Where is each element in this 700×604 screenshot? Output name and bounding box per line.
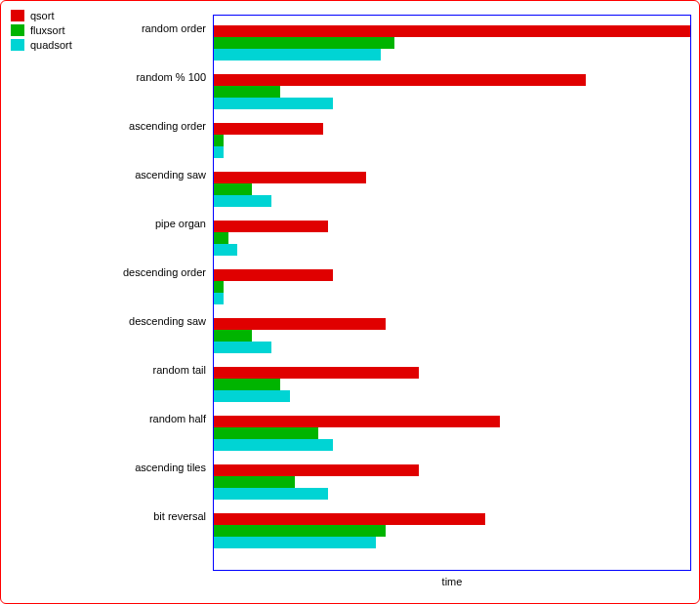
bar-quadsort (214, 342, 271, 353)
bar-fluxsort (214, 476, 295, 488)
bar-group: pipe organ (214, 221, 690, 256)
bar-group: ascending saw (214, 172, 690, 207)
bar-group: random order (214, 25, 690, 60)
y-tick-label: descending order (11, 266, 206, 278)
y-tick-label: ascending order (11, 120, 206, 132)
y-tick-label: descending saw (11, 315, 206, 327)
bar-qsort (214, 221, 328, 232)
bar-qsort (214, 172, 366, 183)
bar-group: bit reversal (214, 513, 690, 548)
bar-fluxsort (214, 427, 318, 439)
x-axis-label: time (213, 576, 691, 587)
bar-fluxsort (214, 232, 228, 244)
bar-fluxsort (214, 183, 252, 195)
bar-quadsort (214, 244, 237, 256)
bar-quadsort (214, 390, 290, 402)
bar-group: random % 100 (214, 74, 690, 109)
y-tick-label: random half (11, 413, 206, 424)
y-tick-label: ascending tiles (11, 462, 206, 473)
bar-qsort (214, 513, 485, 525)
bar-quadsort (214, 293, 224, 304)
y-tick-label: random order (11, 22, 206, 34)
bar-qsort (214, 318, 386, 330)
bar-fluxsort (214, 525, 386, 537)
bar-fluxsort (214, 330, 252, 342)
bar-fluxsort (214, 379, 280, 390)
bar-qsort (214, 416, 500, 427)
bar-group: random half (214, 416, 690, 451)
y-tick-label: bit reversal (11, 510, 206, 522)
bar-quadsort (214, 195, 271, 207)
bar-fluxsort (214, 281, 224, 293)
legend-label: qsort (30, 10, 54, 21)
bar-qsort (214, 123, 323, 135)
bar-qsort (214, 464, 419, 476)
bar-quadsort (214, 488, 328, 500)
legend-label: quadsort (30, 39, 72, 51)
y-tick-label: random tail (11, 364, 206, 376)
bar-quadsort (214, 146, 224, 158)
chart-frame: qsort fluxsort quadsort random orderrand… (0, 0, 700, 604)
bar-quadsort (214, 439, 333, 451)
legend-item-qsort: qsort (11, 9, 72, 22)
legend-swatch-icon (11, 39, 24, 51)
bar-group: ascending tiles (214, 464, 690, 500)
bar-qsort (214, 367, 419, 379)
bar-qsort (214, 74, 586, 86)
bar-group: random tail (214, 367, 690, 402)
bar-quadsort (214, 98, 333, 109)
plot-area: random orderrandom % 100ascending ordera… (213, 15, 691, 571)
bar-qsort (214, 25, 690, 37)
y-tick-label: ascending saw (11, 169, 206, 181)
y-tick-label: pipe organ (11, 218, 206, 229)
bar-group: ascending order (214, 123, 690, 158)
bar-qsort (214, 269, 333, 281)
bar-fluxsort (214, 135, 224, 146)
bar-quadsort (214, 537, 376, 548)
legend-swatch-icon (11, 10, 24, 21)
y-tick-label: random % 100 (11, 71, 206, 83)
bar-fluxsort (214, 86, 280, 98)
bar-quadsort (214, 49, 381, 60)
bar-group: descending saw (214, 318, 690, 353)
bar-fluxsort (214, 37, 394, 49)
bar-group: descending order (214, 269, 690, 304)
legend-item-quadsort: quadsort (11, 38, 72, 52)
